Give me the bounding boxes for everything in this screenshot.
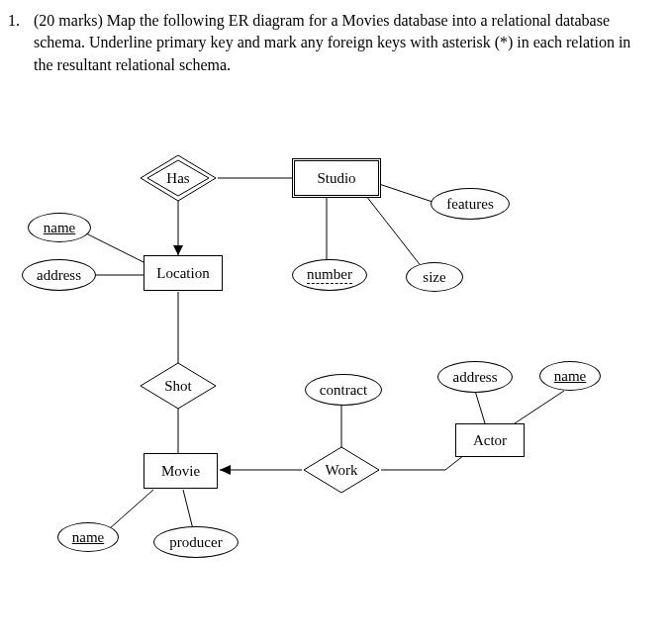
attr-actor-name: name [539,361,601,391]
attr-producer: producer [153,526,239,558]
svg-line-7 [376,183,435,203]
svg-marker-2 [173,245,183,255]
relationship-work: Work [302,445,381,495]
attr-location-address: address [22,259,96,291]
relationship-has-label: Has [139,153,218,203]
attr-number: number [292,259,367,291]
svg-line-10 [109,490,153,529]
attr-contract: contract [305,374,382,406]
entity-movie-label: Movie [161,463,200,480]
er-diagram: Has Studio features name address Locatio… [0,99,672,644]
entity-movie: Movie [144,453,218,489]
svg-marker-13 [220,465,231,475]
attr-movie-name-label: name [72,529,104,546]
svg-line-18 [515,391,564,423]
attr-actor-address: address [437,361,513,393]
question-text: 1. (20 marks) Map the following ER diagr… [8,10,652,76]
attr-contract-label: contract [320,382,367,399]
attr-location-name: name [28,213,91,242]
attr-size-label: size [423,269,445,286]
relationship-has: Has [139,153,218,203]
svg-line-6 [366,196,426,272]
attr-location-name-label: name [44,220,75,236]
question-marks: (20 marks) [34,12,103,29]
entity-location: Location [144,255,223,291]
entity-actor-label: Actor [473,432,507,449]
attr-number-label: number [307,266,352,284]
entity-studio-label: Studio [317,170,355,187]
attr-features: features [431,188,510,220]
question-prompt: Map the following ER diagram for a Movie… [34,12,630,73]
svg-line-17 [475,391,485,423]
svg-line-11 [183,490,193,529]
question-number: 1. [8,10,30,32]
entity-location-label: Location [156,265,209,282]
relationship-shot-label: Shot [139,361,218,411]
svg-line-3 [84,232,144,262]
attr-movie-name: name [57,522,119,552]
attr-size: size [406,262,463,292]
relationship-work-label: Work [302,445,381,495]
entity-studio: Studio [292,158,381,198]
entity-actor: Actor [455,423,525,457]
attr-features-label: features [446,196,493,213]
attr-actor-name-label: name [554,368,586,385]
question-body: (20 marks) Map the following ER diagram … [34,10,647,76]
attr-location-address-label: address [37,267,81,284]
relationship-shot: Shot [139,361,218,411]
attr-actor-address-label: address [453,369,498,386]
attr-producer-label: producer [169,534,222,551]
